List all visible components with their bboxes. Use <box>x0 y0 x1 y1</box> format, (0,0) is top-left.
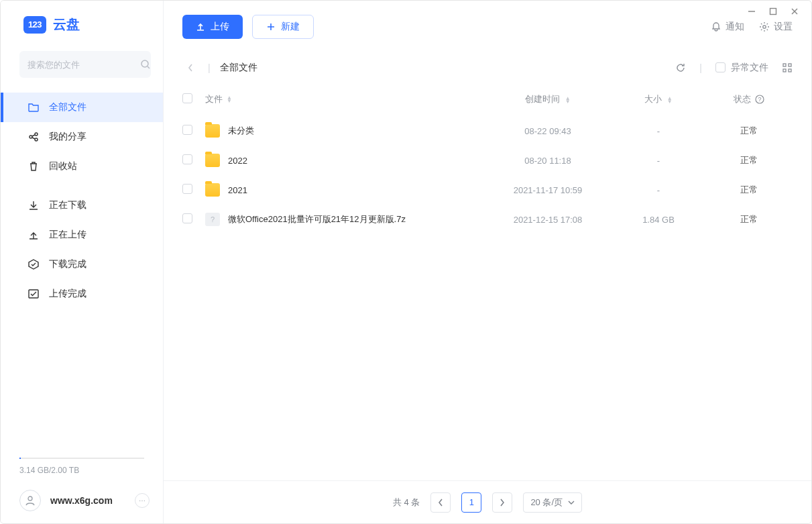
separator: | <box>699 62 702 73</box>
file-row[interactable]: 未分类08-22 09:43-正常 <box>164 116 811 146</box>
row-checkbox[interactable] <box>182 213 192 223</box>
pager-total: 共 4 条 <box>393 496 420 509</box>
nav-all-files[interactable]: 全部文件 <box>1 93 163 122</box>
file-time: 2021-11-17 10:59 <box>484 185 612 195</box>
sidebar-bottom: 3.14 GB/2.00 TB www.x6g.com ⋯ <box>1 458 163 523</box>
svg-marker-11 <box>29 260 38 269</box>
nav-downloading[interactable]: 正在下载 <box>1 191 163 220</box>
col-label: 文件 <box>205 93 223 105</box>
bell-icon <box>711 21 721 32</box>
nav-label: 回收站 <box>49 160 77 172</box>
file-size: - <box>612 156 705 166</box>
filter-label: 异常文件 <box>731 62 768 74</box>
download-icon <box>27 199 40 211</box>
file-row[interactable]: ?微软Office2021批量许可版21年12月更新版.7z2021-12-15… <box>164 205 811 234</box>
nav-upload-done[interactable]: 上传完成 <box>1 279 163 309</box>
button-label: 上传 <box>211 21 229 33</box>
user-name: www.x6g.com <box>50 495 125 506</box>
col-label: 创建时间 <box>525 94 560 104</box>
col-size[interactable]: 大小 ▲▼ <box>612 93 705 105</box>
abnormal-filter[interactable]: 异常文件 <box>715 62 768 74</box>
row-checkbox[interactable] <box>182 154 192 164</box>
refresh-button[interactable] <box>675 62 686 73</box>
file-time: 08-20 11:18 <box>484 156 612 166</box>
toolbar-right: 通知 设置 <box>711 21 793 33</box>
main: 上传 新建 通知 设置 | 全部文件 | 异常文件 <box>164 1 811 523</box>
crumb-right: | 异常文件 <box>675 62 793 74</box>
trash-icon <box>27 160 40 172</box>
user-row: www.x6g.com ⋯ <box>1 490 163 511</box>
file-time: 2021-12-15 17:08 <box>484 215 612 225</box>
file-size: - <box>612 126 705 136</box>
sidebar: 123 云盘 全部文件 我的分享 回收站 正在下载 正在上传 <box>1 1 164 523</box>
gear-icon <box>759 21 770 32</box>
sort-icon: ▲▼ <box>667 97 673 103</box>
folder-icon <box>205 183 220 197</box>
svg-line-5 <box>148 66 150 68</box>
svg-rect-17 <box>783 69 786 72</box>
svg-rect-18 <box>789 69 791 72</box>
svg-point-14 <box>763 25 766 28</box>
chevron-down-icon <box>568 500 575 505</box>
nav-label: 全部文件 <box>49 101 86 113</box>
page-size-select[interactable]: 20 条/页 <box>523 492 582 513</box>
pager-prev[interactable] <box>430 492 451 513</box>
file-row[interactable]: 20212021-11-17 10:59-正常 <box>164 175 811 205</box>
search-input[interactable] <box>27 60 140 70</box>
sidebar-nav: 全部文件 我的分享 回收站 正在下载 正在上传 下载完成 上传完成 <box>1 87 163 309</box>
file-status: 正常 <box>705 125 793 137</box>
avatar[interactable] <box>19 490 41 511</box>
separator: | <box>208 62 211 73</box>
checkbox[interactable] <box>715 62 726 72</box>
notify-button[interactable]: 通知 <box>711 21 744 33</box>
upload-icon <box>27 229 40 241</box>
storage-bar <box>19 458 144 459</box>
pager-next[interactable] <box>492 492 512 513</box>
user-more-button[interactable]: ⋯ <box>135 493 150 508</box>
svg-line-9 <box>32 135 35 136</box>
storage-fill <box>19 458 21 459</box>
breadcrumb-root[interactable]: 全部文件 <box>220 62 257 74</box>
sort-icon: ▲▼ <box>565 97 571 103</box>
view-grid-button[interactable] <box>782 62 793 73</box>
search-icon[interactable] <box>140 59 151 70</box>
upload-icon <box>196 22 205 32</box>
nav-label: 上传完成 <box>49 288 86 300</box>
file-size: - <box>612 185 705 195</box>
row-checkbox[interactable] <box>182 125 192 135</box>
nav-recycle-bin[interactable]: 回收站 <box>1 152 163 181</box>
file-name: 微软Office2021批量许可版21年12月更新版.7z <box>228 213 484 225</box>
logo-text: 云盘 <box>53 15 80 34</box>
pager-page-1[interactable]: 1 <box>461 492 481 513</box>
pagination: 共 4 条 1 20 条/页 <box>164 480 811 523</box>
nav-label: 我的分享 <box>49 131 86 143</box>
col-name[interactable]: 文件 ▲▼ <box>205 93 484 105</box>
folder-icon <box>27 101 40 113</box>
help-icon[interactable]: ? <box>755 95 764 104</box>
new-button[interactable]: 新建 <box>252 15 314 39</box>
svg-rect-15 <box>783 64 786 66</box>
col-time[interactable]: 创建时间 ▲▼ <box>484 93 612 105</box>
page-size-label: 20 条/页 <box>530 496 563 509</box>
col-status: 状态 ? <box>705 93 793 105</box>
file-row[interactable]: 202208-20 11:18-正常 <box>164 146 811 175</box>
row-checkbox[interactable] <box>182 184 192 194</box>
upload-button[interactable]: 上传 <box>182 15 243 39</box>
nav-download-done[interactable]: 下载完成 <box>1 250 163 279</box>
col-label: 状态 <box>734 93 751 105</box>
nav-uploading[interactable]: 正在上传 <box>1 220 163 250</box>
nav-my-shares[interactable]: 我的分享 <box>1 122 163 152</box>
plus-icon <box>266 22 276 32</box>
file-list: 未分类08-22 09:43-正常202208-20 11:18-正常20212… <box>164 116 811 234</box>
file-name: 2021 <box>228 185 484 195</box>
check-download-icon <box>27 258 40 270</box>
file-name: 未分类 <box>228 125 484 137</box>
settings-button[interactable]: 设置 <box>759 21 793 33</box>
select-all-checkbox[interactable] <box>182 93 192 103</box>
back-button[interactable] <box>182 60 198 76</box>
check-upload-icon <box>27 288 40 300</box>
share-icon <box>27 131 40 143</box>
nav-label: 正在下载 <box>49 199 86 211</box>
search-box[interactable] <box>19 51 151 78</box>
file-icon: ? <box>205 213 220 226</box>
